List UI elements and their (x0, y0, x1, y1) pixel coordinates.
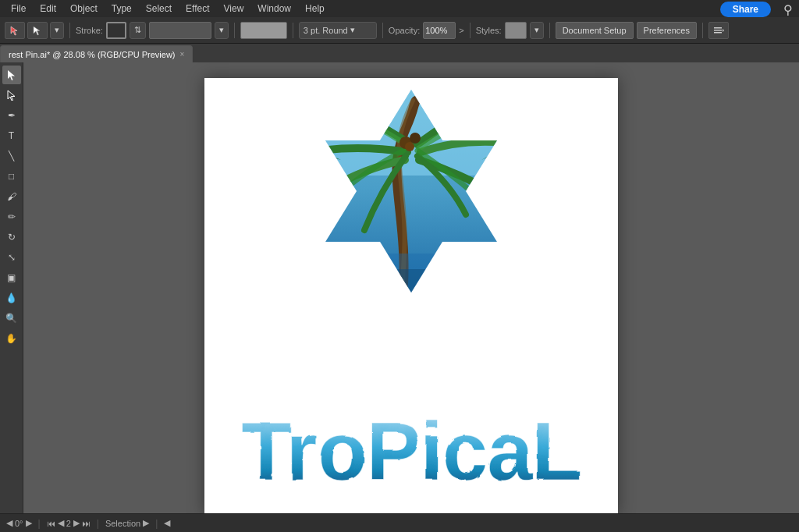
tab-close-button[interactable]: × (180, 50, 185, 59)
view-prev-icon[interactable]: ◀ (6, 518, 12, 528)
status-extra-controls: ◀ (164, 518, 172, 528)
main-area: ✒ T ╲ □ 🖌 ✏ ↻ ⤡ ▣ 💧 🔍 ✋ (0, 62, 799, 513)
select-tool-button[interactable] (2, 66, 21, 84)
page-prev-icon[interactable]: ⏮ (47, 519, 55, 528)
eyedropper-button[interactable]: 💧 (2, 289, 21, 307)
stroke-arrows[interactable]: ⇅ (130, 22, 146, 39)
selection-tool-icon[interactable] (5, 22, 25, 39)
status-view-controls: ◀ 0° ▶ (6, 518, 32, 528)
menu-type[interactable]: Type (105, 2, 138, 16)
tab-label: rest Pin.ai* @ 28.08 % (RGB/CPU Preview) (9, 50, 176, 59)
paintbrush-button[interactable]: 🖌 (2, 187, 21, 206)
styles-color-box[interactable] (505, 22, 527, 39)
svg-rect-6 (279, 82, 544, 176)
canvas-area[interactable]: TroPicaL TroPicaL (23, 62, 799, 513)
styles-label: Styles: (476, 26, 502, 35)
page-number: 2 (66, 519, 71, 528)
arrange-icon[interactable] (708, 22, 729, 39)
page-next-icon[interactable]: ⏭ (82, 519, 91, 528)
status-separator-1: | (38, 518, 41, 529)
menu-file[interactable]: File (5, 2, 32, 16)
brush-dropdown[interactable]: 3 pt. Round ▾ (299, 22, 377, 39)
menu-edit[interactable]: Edit (34, 2, 62, 16)
stroke-label: Stroke: (76, 26, 103, 35)
separator-5 (470, 23, 471, 38)
document-tab[interactable]: rest Pin.ai* @ 28.08 % (RGB/CPU Preview)… (0, 45, 193, 62)
stroke-input[interactable] (149, 22, 211, 39)
svg-rect-11 (279, 269, 544, 347)
status-page-controls: ⏮ ◀ 2 ▶ ⏭ (47, 518, 91, 528)
separator-6 (549, 23, 550, 38)
document-setup-button[interactable]: Document Setup (556, 22, 634, 39)
view-next-icon[interactable]: ▶ (26, 518, 32, 528)
menu-bar: File Edit Object Type Select Effect View… (0, 0, 799, 17)
menu-view[interactable]: View (218, 2, 250, 16)
separator-7 (702, 23, 703, 38)
angle-value: 0° (15, 519, 23, 528)
extra-arrow-icon[interactable]: ◀ (164, 518, 170, 528)
zoom-button[interactable]: 🔍 (2, 309, 21, 328)
menu-select[interactable]: Select (140, 2, 178, 16)
svg-point-8 (410, 133, 421, 144)
mode-label: Selection (105, 519, 140, 528)
rotate-button[interactable]: ↻ (2, 228, 21, 246)
scale-button[interactable]: ⤡ (2, 248, 21, 267)
share-button[interactable]: Share (720, 2, 771, 17)
menu-effect[interactable]: Effect (179, 2, 215, 16)
preferences-button[interactable]: Preferences (637, 22, 697, 39)
svg-rect-10 (279, 254, 544, 347)
status-mode: Selection ▶ (105, 518, 149, 528)
svg-rect-0 (714, 27, 722, 29)
direct-select-button[interactable] (2, 86, 21, 105)
page-next-step[interactable]: ▶ (73, 518, 80, 528)
menu-window[interactable]: Window (251, 2, 297, 16)
gradient-button[interactable]: ▣ (2, 268, 21, 287)
separator-2 (234, 23, 235, 38)
opacity-label: Opacity: (389, 26, 420, 35)
direct-select-tool-icon[interactable] (27, 22, 48, 39)
svg-point-9 (405, 142, 414, 151)
svg-rect-1 (714, 30, 722, 31)
status-separator-2: | (97, 518, 99, 529)
left-tools-panel: ✒ T ╲ □ 🖌 ✏ ↻ ⤡ ▣ 💧 🔍 ✋ (0, 62, 23, 513)
svg-rect-2 (714, 32, 722, 34)
pencil-button[interactable]: ✏ (2, 207, 21, 226)
tool-icons-group: ▾ (5, 22, 64, 39)
type-tool-button[interactable]: T (2, 126, 21, 145)
opacity-input[interactable] (423, 22, 456, 39)
styles-dropdown[interactable]: ▾ (530, 22, 544, 39)
stroke-color-box[interactable] (106, 22, 126, 39)
tab-bar: rest Pin.ai* @ 28.08 % (RGB/CPU Preview)… (0, 44, 799, 62)
pen-tool-button[interactable]: ✒ (2, 106, 21, 125)
star-image-container (279, 82, 544, 347)
greater-sign: > (459, 26, 463, 35)
menu-object[interactable]: Object (64, 2, 104, 16)
mode-arrow-icon[interactable]: ▶ (143, 518, 149, 528)
tropical-text-container: TroPicaL TroPicaL (220, 395, 602, 499)
separator-1 (69, 23, 70, 38)
svg-text:TroPicaL: TroPicaL (241, 406, 581, 497)
search-icon[interactable]: ⚲ (783, 2, 793, 17)
menu-help[interactable]: Help (299, 2, 331, 16)
separator-3 (293, 23, 293, 38)
line-tool-button[interactable]: ╲ (2, 147, 21, 165)
status-bar: ◀ 0° ▶ | ⏮ ◀ 2 ▶ ⏭ | Selection ▶ | ◀ (0, 513, 799, 532)
page-prev-step[interactable]: ◀ (58, 518, 64, 528)
stroke-dropdown[interactable]: ▾ (215, 22, 229, 39)
status-separator-3: | (155, 518, 158, 529)
svg-marker-3 (723, 29, 724, 32)
rect-tool-button[interactable]: □ (2, 167, 21, 186)
artboard: TroPicaL TroPicaL (204, 78, 618, 513)
fill-color-box[interactable] (240, 22, 287, 39)
hand-tool-button[interactable]: ✋ (2, 329, 21, 348)
toolbar: ▾ Stroke: ⇅ ▾ 3 pt. Round ▾ Opacity: > S… (0, 17, 799, 44)
arrow-dropdown[interactable]: ▾ (50, 22, 64, 39)
separator-4 (382, 23, 383, 38)
